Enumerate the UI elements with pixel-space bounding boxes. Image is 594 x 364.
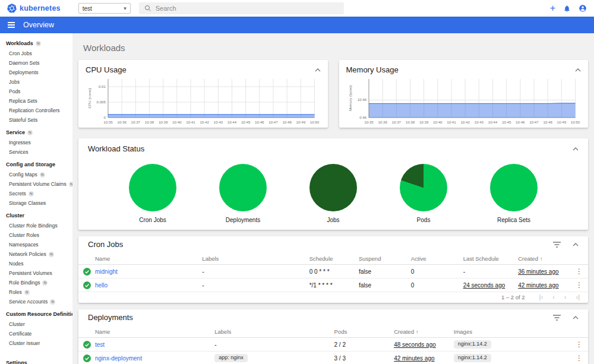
svg-text:10:36: 10:36 <box>117 120 127 124</box>
filter-icon[interactable] <box>553 315 561 321</box>
notifications-bell-icon[interactable] <box>563 5 571 12</box>
sidebar-item-storage-classes[interactable]: Storage Classes <box>0 198 72 208</box>
svg-text:10:42: 10:42 <box>460 120 470 124</box>
name-value[interactable]: test <box>95 341 105 348</box>
pagination: 1 – 2 of 2 |‹ ‹ › ›| <box>78 292 588 303</box>
row-menu-kebab-icon[interactable]: ⋮ <box>570 354 588 362</box>
active-value: 0 <box>411 282 415 289</box>
workload-status-title: Workload Status <box>88 144 573 153</box>
item-label: Jobs <box>9 79 20 85</box>
svg-text:10:44: 10:44 <box>488 120 497 124</box>
row-menu-kebab-icon[interactable]: ⋮ <box>570 267 588 276</box>
create-plus-button[interactable]: + <box>550 4 555 13</box>
cell-created: 48 seconds ago <box>394 341 454 348</box>
name-value[interactable]: midnight <box>95 268 118 275</box>
namespace-select[interactable]: test ▾ <box>78 3 131 14</box>
filter-icon[interactable] <box>553 242 561 248</box>
collapse-chevron-icon[interactable] <box>573 147 579 151</box>
column-header-created[interactable]: Created↑ <box>394 328 454 335</box>
sidebar-item-certificate[interactable]: Certificate <box>0 329 72 338</box>
sidebar-section-config-and-storage: Config and Storage <box>0 159 72 170</box>
column-label: Created <box>394 328 414 335</box>
sidebar-item-config-maps[interactable]: Config MapsN <box>0 170 72 179</box>
svg-text:Memory (bytes): Memory (bytes) <box>347 86 352 111</box>
svg-text:10:47: 10:47 <box>529 120 539 124</box>
sidebar-item-persistent-volume-claims[interactable]: Persistent Volume ClaimsN <box>0 179 72 189</box>
column-label: Labels <box>202 255 219 262</box>
namespace-value: test <box>83 5 92 12</box>
sidebar-item-daemon-sets[interactable]: Daemon Sets <box>0 58 72 68</box>
sidebar-item-nodes[interactable]: Nodes <box>0 259 72 268</box>
column-header-created[interactable]: Created↑ <box>518 255 570 262</box>
sidebar-section-settings[interactable]: Settings <box>0 357 72 364</box>
name-value[interactable]: hello <box>95 282 108 289</box>
kubernetes-wheel-icon <box>7 4 17 13</box>
row-menu-kebab-icon[interactable]: ⋮ <box>570 281 588 289</box>
column-header-schedule[interactable]: Schedule <box>309 255 359 262</box>
svg-text:10:41: 10:41 <box>186 120 195 124</box>
menu-hamburger-icon[interactable] <box>8 22 15 28</box>
sidebar-item-stateful-sets[interactable]: Stateful Sets <box>0 115 72 125</box>
svg-text:10:35: 10:35 <box>103 120 113 124</box>
collapse-chevron-icon[interactable] <box>573 243 579 246</box>
sidebar-item-network-policies[interactable]: Network PoliciesN <box>0 249 72 259</box>
collapse-chevron-icon[interactable] <box>315 68 321 72</box>
sidebar-item-cluster-role-bindings[interactable]: Cluster Role Bindings <box>0 221 72 230</box>
sort-arrow-icon: ↑ <box>540 256 543 262</box>
search-bar[interactable] <box>139 2 344 14</box>
sidebar-item-persistent-volumes[interactable]: Persistent Volumes <box>0 268 72 278</box>
sidebar-item-service-accounts[interactable]: Service AccountsN <box>0 297 72 306</box>
sidebar-item-replica-sets[interactable]: Replica Sets <box>0 96 72 106</box>
row-menu-kebab-icon[interactable]: ⋮ <box>570 340 588 349</box>
column-header-suspend[interactable]: Suspend <box>359 255 411 262</box>
sidebar-item-jobs[interactable]: Jobs <box>0 77 72 87</box>
column-header-active[interactable]: Active <box>411 255 463 262</box>
sidebar-item-secrets[interactable]: SecretsN <box>0 189 72 198</box>
column-header-name[interactable]: Name <box>95 328 214 335</box>
last_schedule-value: 24 seconds ago <box>463 282 505 289</box>
column-header-labels[interactable]: Labels <box>202 255 309 262</box>
column-label: Labels <box>214 328 231 335</box>
status-success-check-icon <box>78 354 95 362</box>
sidebar-item-ingresses[interactable]: Ingresses <box>0 138 72 147</box>
column-header-images[interactable]: Images <box>454 328 570 335</box>
column-header-name[interactable]: Name <box>95 255 202 262</box>
user-account-icon[interactable] <box>579 4 587 12</box>
pagination-last-page-icon[interactable]: ›| <box>576 294 580 300</box>
created-value: 42 minutes ago <box>518 282 558 289</box>
schedule-value: 0 0 * * * <box>309 268 330 275</box>
collapse-chevron-icon[interactable] <box>575 68 581 72</box>
search-input[interactable] <box>156 5 339 12</box>
sidebar-item-replication-controllers[interactable]: Replication Controllers <box>0 106 72 115</box>
sidebar-item-pods[interactable]: Pods <box>0 87 72 96</box>
sidebar-item-cluster-roles[interactable]: Cluster Roles <box>0 230 72 240</box>
sidebar-item-role-bindings[interactable]: Role BindingsN <box>0 278 72 287</box>
name-value[interactable]: nginx-deployment <box>95 355 142 362</box>
column-header-labels[interactable]: Labels <box>214 328 334 335</box>
last_schedule-value: - <box>463 268 465 275</box>
cell-actions: ⋮ <box>570 281 588 289</box>
pagination-prev-page-icon[interactable]: ‹ <box>552 294 555 300</box>
sidebar-item-cron-jobs[interactable]: Cron Jobs <box>0 49 72 58</box>
item-label: Secrets <box>9 191 26 197</box>
sidebar-item-namespaces[interactable]: Namespaces <box>0 240 72 249</box>
item-label: Cluster Role Bindings <box>9 223 58 229</box>
column-label: Suspend <box>359 255 381 262</box>
sidebar-item-services[interactable]: Services <box>0 147 72 157</box>
pagination-first-page-icon[interactable]: |‹ <box>539 294 544 300</box>
sidebar-item-cluster-issuer[interactable]: Cluster Issuer <box>0 338 72 348</box>
section-label: Cluster <box>6 213 24 219</box>
svg-text:10:48: 10:48 <box>543 120 552 124</box>
sidebar-item-deployments[interactable]: Deployments <box>0 68 72 77</box>
schedule-value: */1 * * * * <box>309 282 333 289</box>
item-label: Cluster <box>9 321 25 327</box>
cell-pods: 2 / 2 <box>334 341 394 348</box>
column-header-last-schedule[interactable]: Last Schedule <box>463 255 518 262</box>
column-header-pods[interactable]: Pods <box>334 328 394 335</box>
collapse-chevron-icon[interactable] <box>573 316 579 319</box>
sidebar-item-roles[interactable]: RolesN <box>0 287 72 297</box>
pagination-next-page-icon[interactable]: › <box>564 294 567 300</box>
pie-label: Cron Jobs <box>139 217 166 223</box>
sidebar-item-cluster[interactable]: Cluster <box>0 319 72 329</box>
kubernetes-logo[interactable]: kubernetes <box>7 4 61 13</box>
